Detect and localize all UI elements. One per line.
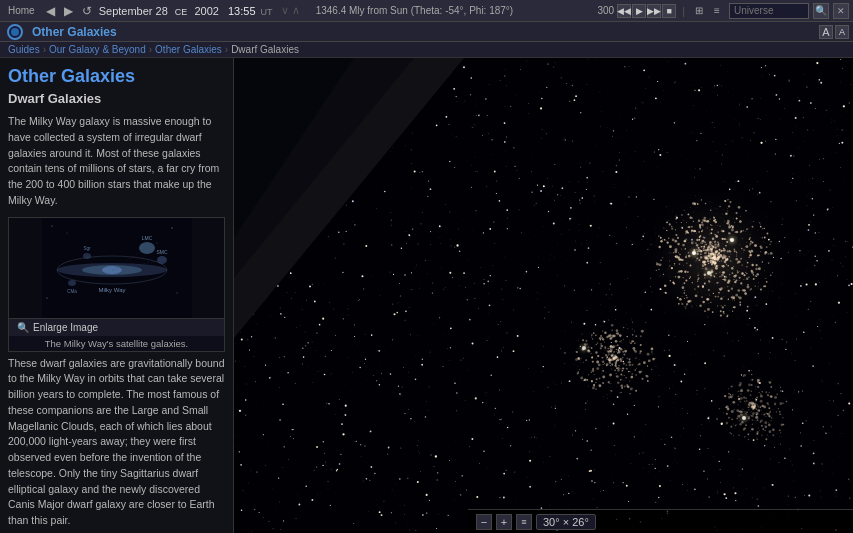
forward-icon[interactable]: ▶ bbox=[61, 3, 77, 19]
satellite-image: Milky Way LMC SMC Sgr CMa bbox=[42, 218, 192, 318]
back-icon[interactable]: ◀ bbox=[43, 3, 59, 19]
toolbar2-section: Other Galaxies bbox=[28, 25, 817, 39]
sky-view[interactable]: − + ≡ 30° × 26° bbox=[234, 58, 853, 533]
zoom-plus-btn[interactable]: + bbox=[496, 514, 512, 530]
svg-point-1 bbox=[51, 225, 52, 226]
list-icon[interactable]: ≡ bbox=[709, 3, 725, 19]
main-toolbar: Home ◀ ▶ ↺ September 28 CE 2002 13:55 UT… bbox=[0, 0, 853, 22]
breadcrumb-other-galaxies[interactable]: Other Galaxies bbox=[155, 44, 222, 55]
breadcrumb-current: Dwarf Galaxies bbox=[231, 44, 299, 55]
star-canvas bbox=[234, 58, 853, 533]
svg-point-6 bbox=[176, 292, 177, 293]
grid-icon[interactable]: ⊞ bbox=[691, 3, 707, 19]
search-input[interactable] bbox=[729, 3, 809, 19]
page-title: Other Galaxies bbox=[8, 66, 225, 87]
speed-control: 300 ◀◀ ▶ ▶▶ ■ bbox=[597, 4, 676, 18]
breadcrumb-galaxy[interactable]: Our Galaxy & Beyond bbox=[49, 44, 146, 55]
enlarge-button[interactable]: 🔍 Enlarge Image bbox=[9, 318, 224, 336]
toolbar-divider: | bbox=[682, 5, 685, 17]
breadcrumb: Guides › Our Galaxy & Beyond › Other Gal… bbox=[0, 42, 853, 58]
zoom-minus-btn[interactable]: − bbox=[476, 514, 492, 530]
stop-btn[interactable]: ■ bbox=[662, 4, 676, 18]
zoom-level-text: 30° × 26° bbox=[536, 514, 596, 530]
breadcrumb-home[interactable]: Guides bbox=[8, 44, 40, 55]
image-container: Milky Way LMC SMC Sgr CMa bbox=[8, 217, 225, 352]
font-large-btn[interactable]: A bbox=[819, 25, 833, 39]
main-content: Other Galaxies Dwarf Galaxies The Milky … bbox=[0, 58, 853, 533]
search-button[interactable]: 🔍 bbox=[813, 3, 829, 19]
home-button[interactable]: Home bbox=[4, 5, 39, 16]
font-size-controls: A A bbox=[819, 25, 849, 39]
svg-text:Milky Way: Milky Way bbox=[98, 287, 125, 293]
search-small-icon: 🔍 bbox=[17, 322, 29, 333]
play-btn[interactable]: ▶ bbox=[632, 4, 646, 18]
svg-point-20 bbox=[68, 280, 76, 286]
secondary-toolbar: Other Galaxies A A bbox=[0, 22, 853, 42]
toolbar-right: 300 ◀◀ ▶ ▶▶ ■ | ⊞ ≡ 🔍 ✕ bbox=[597, 3, 849, 19]
svg-point-18 bbox=[83, 253, 91, 259]
prev-speed-btn[interactable]: ◀◀ bbox=[617, 4, 631, 18]
svg-text:CMa: CMa bbox=[67, 289, 77, 294]
bottom-bar: − + ≡ 30° × 26° bbox=[468, 509, 853, 533]
font-small-btn[interactable]: A bbox=[835, 25, 849, 39]
svg-point-3 bbox=[171, 227, 172, 228]
svg-point-2 bbox=[66, 232, 67, 233]
svg-text:SMC: SMC bbox=[156, 249, 168, 255]
section-title: Other Galaxies bbox=[32, 25, 117, 39]
svg-point-4 bbox=[156, 242, 157, 243]
grid-toggle[interactable]: ≡ bbox=[516, 514, 532, 530]
svg-point-5 bbox=[46, 297, 47, 298]
app-logo bbox=[4, 23, 26, 41]
image-caption: The Milky Way's satellite galaxies. bbox=[9, 336, 224, 351]
enlarge-label: Enlarge Image bbox=[33, 322, 98, 333]
next-speed-btn[interactable]: ▶▶ bbox=[647, 4, 661, 18]
speed-value: 300 bbox=[597, 5, 614, 16]
svg-text:Sgr: Sgr bbox=[83, 246, 91, 251]
page-subtitle: Dwarf Galaxies bbox=[8, 91, 225, 106]
svg-text:LMC: LMC bbox=[141, 235, 152, 241]
left-panel: Other Galaxies Dwarf Galaxies The Milky … bbox=[0, 58, 234, 533]
date-display: September 28 CE 2002 13:55 UT bbox=[99, 5, 273, 17]
divider1: ∨ ∧ bbox=[281, 4, 300, 17]
location-info: 1346.4 Mly from Sun (Theta: -54°, Phi: 1… bbox=[316, 5, 514, 16]
refresh-icon[interactable]: ↺ bbox=[79, 3, 95, 19]
date-time-section: September 28 CE 2002 13:55 UT ∨ ∧ 1346.4… bbox=[99, 4, 594, 17]
close-search-btn[interactable]: ✕ bbox=[833, 3, 849, 19]
paragraph-1: The Milky Way galaxy is massive enough t… bbox=[8, 114, 225, 209]
paragraph-2: These dwarf galaxies are gravitationally… bbox=[8, 356, 225, 529]
